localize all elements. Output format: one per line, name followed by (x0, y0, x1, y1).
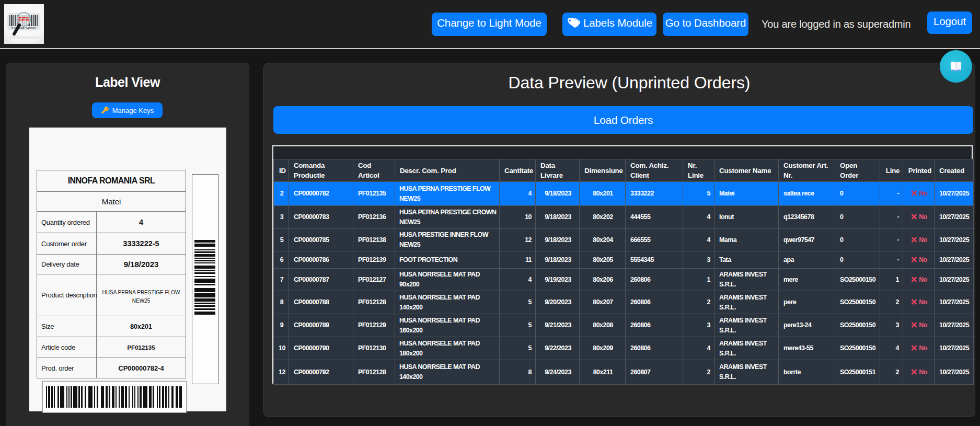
svg-text:9 325649 547863: 9 325649 547863 (11, 27, 36, 30)
